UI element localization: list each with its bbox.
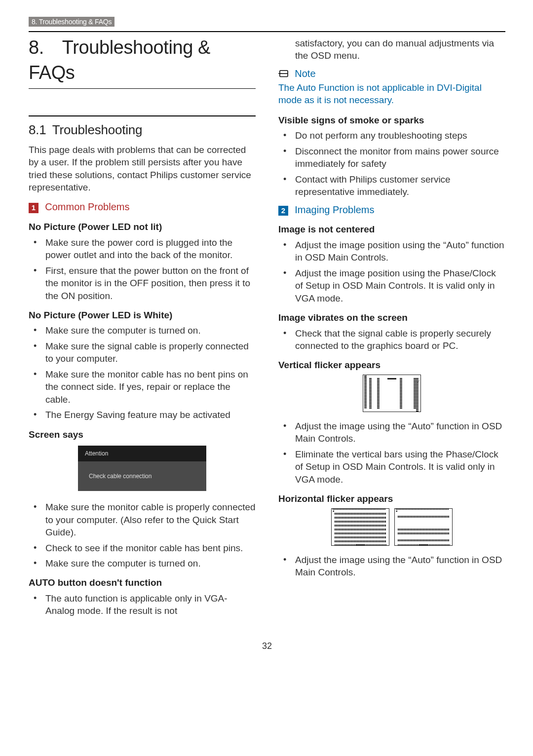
flicker-box: ▪ ⟋: [331, 508, 389, 546]
subhead-auto-button: AUTO button doesn't function: [29, 576, 256, 589]
intro-paragraph: This page deals with problems that can b…: [29, 144, 256, 194]
subhead-screen-says: Screen says: [29, 428, 256, 441]
page-number: 32: [29, 641, 505, 651]
list-item: Make sure the monitor cable is properly …: [29, 501, 256, 538]
list-not-centered: Adjust the image position using the “Aut…: [278, 239, 505, 304]
list-item: Adjust the image position using the “Aut…: [278, 239, 505, 264]
list-item: Make sure the power cord is plugged into…: [29, 236, 256, 262]
list-item: Check that the signal cable is properly …: [278, 327, 505, 352]
two-column-layout: 8. Troubleshooting & FAQs 8.1 Troublesho…: [29, 35, 505, 621]
list-item: Eliminate the vertical bars using the Ph…: [278, 448, 505, 486]
osd-message-header: Attention: [78, 446, 206, 461]
subhead-no-picture-led-white: No Picture (Power LED is White): [29, 309, 256, 321]
subhead-vflicker: Vertical flicker appears: [278, 359, 505, 371]
monitor-tilt-icon: ⟋: [335, 544, 387, 546]
list-item: First, ensure that the power button on t…: [29, 265, 256, 302]
list-item: Check to see if the monitor cable has be…: [29, 542, 256, 554]
page: 8. Troubleshooting & FAQs 8. Troubleshoo…: [0, 0, 533, 671]
list-vibrates: Check that the signal cable is properly …: [278, 327, 505, 352]
list-screen-says: Make sure the monitor cable is properly …: [29, 501, 256, 569]
list-no-picture-led-off: Make sure the power cord is plugged into…: [29, 236, 256, 302]
list-item: Adjust the image position using the Phas…: [278, 267, 505, 304]
horizontal-flicker-illustration: ▪ ⟋ ▪ ⟋: [278, 508, 505, 546]
section-2-number-badge: 2: [278, 206, 288, 216]
list-vflicker: Adjust the image using the “Auto” functi…: [278, 420, 505, 486]
list-hflicker: Adjust the image using the “Auto” functi…: [278, 554, 505, 579]
subhead-no-picture-led-off: No Picture (Power LED not lit): [29, 221, 256, 233]
list-smoke: Do not perform any troubleshooting steps…: [278, 129, 505, 198]
monitor-corner-icon: ▪: [333, 508, 386, 510]
section-2-header: 2 Imaging Problems: [278, 203, 505, 217]
monitor-stand-icon: [387, 378, 396, 379]
section-2-title: Imaging Problems: [295, 204, 374, 215]
list-item: Disconnect the monitor from mains power …: [278, 145, 505, 170]
list-item: Adjust the image using the “Auto” functi…: [278, 420, 505, 445]
running-header: 8. Troubleshooting & FAQs: [29, 17, 114, 27]
left-column: 8. Troubleshooting & FAQs 8.1 Troublesho…: [29, 35, 256, 621]
list-item: Make sure the signal cable is properly c…: [29, 340, 256, 365]
list-item: Contact with Philips customer service re…: [278, 173, 505, 198]
subhead-not-centered: Image is not centered: [278, 223, 505, 235]
monitor-tilt-icon: ⟋: [398, 544, 450, 546]
vertical-flicker-illustration: ▪ ⟋: [278, 375, 505, 412]
list-item: Make sure the computer is turned on.: [29, 557, 256, 569]
subhead-smoke: Visible signs of smoke or sparks: [278, 114, 505, 126]
rule-above-h2: [29, 115, 256, 116]
section-1-number-badge: 1: [29, 203, 38, 213]
list-no-picture-led-white: Make sure the computer is turned on. Mak…: [29, 324, 256, 421]
rule-under-h1: [29, 88, 256, 89]
monitor-tilt-icon: ⟋: [416, 378, 419, 412]
flicker-box: ▪ ⟋: [363, 375, 421, 412]
list-item: Adjust the image using the “Auto” functi…: [278, 554, 505, 579]
osd-message-body: Check cable connection: [78, 461, 206, 491]
note-icon: [278, 69, 289, 78]
list-item: The auto function is applicable only in …: [29, 592, 256, 617]
subhead-hflicker: Horizontal flicker appears: [278, 492, 505, 505]
note-label: Note: [295, 68, 315, 79]
subhead-vibrates: Image vibrates on the screen: [278, 311, 505, 324]
list-item: Do not perform any troubleshooting steps: [278, 129, 505, 142]
list-item: The Energy Saving feature may be activat…: [29, 409, 256, 421]
monitor-corner-icon: ▪: [364, 375, 367, 409]
section-1-header: 1 Common Problems: [29, 200, 256, 214]
page-title: 8. Troubleshooting & FAQs: [29, 35, 256, 85]
continued-paragraph: satisfactory, you can do manual adjustme…: [278, 37, 505, 62]
list-auto-button: The auto function is applicable only in …: [29, 592, 256, 617]
rule-top: [29, 31, 505, 32]
list-item: Make sure the monitor cable has no bent …: [29, 368, 256, 406]
section-1-title: Common Problems: [45, 201, 129, 212]
monitor-corner-icon: ▪: [396, 508, 449, 510]
section-8-1-title: 8.1 Troubleshooting: [29, 121, 256, 139]
right-column: satisfactory, you can do manual adjustme…: [278, 35, 505, 621]
note-block: Note: [278, 67, 505, 80]
flicker-box: ▪ ⟋: [394, 508, 453, 546]
list-item: Make sure the computer is turned on.: [29, 324, 256, 337]
note-text: The Auto Function is not applicable in D…: [278, 81, 505, 106]
osd-message-box: Attention Check cable connection: [78, 446, 206, 491]
